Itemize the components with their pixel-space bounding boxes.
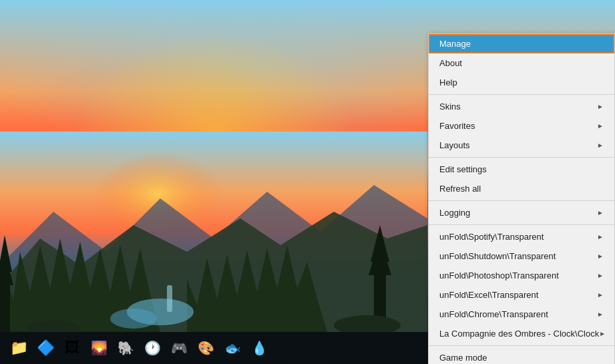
svg-rect-9 <box>0 279 10 332</box>
menu-item-skin-spotify-label: unFold\Spotify\Transparent <box>439 232 544 242</box>
menu-item-favorites[interactable]: Favorites ► <box>429 116 614 136</box>
menu-item-layouts[interactable]: Layouts ► <box>429 136 614 155</box>
menu-item-about-label: About <box>439 58 462 68</box>
menu-item-skin-photoshop-label: unFold\Photoshop\Transparent <box>439 270 559 281</box>
separator-4 <box>429 224 614 225</box>
menu-item-manage[interactable]: Manage <box>429 34 614 53</box>
menu-item-skin-chrome[interactable]: unFold\Chrome\Transparent ► <box>429 305 614 324</box>
menu-item-refresh-all-label: Refresh all <box>439 184 481 194</box>
separator-3 <box>429 200 614 201</box>
landscape-svg <box>0 132 427 332</box>
menu-item-edit-settings-label: Edit settings <box>439 164 487 174</box>
menu-item-game-mode-label: Game mode <box>439 353 487 363</box>
menu-item-skin-photoshop[interactable]: unFold\Photoshop\Transparent ► <box>429 266 614 285</box>
menu-item-skin-excel[interactable]: unFold\Excel\Transparent ► <box>429 285 614 305</box>
menu-item-refresh-all[interactable]: Refresh all <box>429 179 614 198</box>
menu-item-skins[interactable]: Skins ► <box>429 97 614 116</box>
menu-item-skin-spotify[interactable]: unFold\Spotify\Transparent ► <box>429 227 614 246</box>
menu-item-logging[interactable]: Logging ► <box>429 203 614 222</box>
skin-excel-arrow-icon: ► <box>597 291 604 299</box>
menu-item-skin-clock-label: La Compagnie des Ombres - Clock\Clock <box>439 329 599 339</box>
taskbar-icon-photos[interactable]: 🖼 <box>61 337 83 359</box>
menu-item-about[interactable]: About <box>429 53 614 73</box>
separator-2 <box>429 157 614 158</box>
taskbar-icon-paint[interactable]: 🎨 <box>195 337 216 359</box>
skin-clock-arrow-icon: ► <box>599 330 606 337</box>
taskbar-icon-app1[interactable]: 🐟 <box>222 337 243 359</box>
menu-item-skin-shutdown-label: unFold\Shutdown\Transparent <box>439 251 556 261</box>
menu-item-favorites-label: Favorites <box>439 121 475 131</box>
skin-photoshop-arrow-icon: ► <box>597 272 604 279</box>
menu-item-layouts-label: Layouts <box>439 140 470 150</box>
menu-item-game-mode[interactable]: Game mode <box>429 348 614 364</box>
skin-spotify-arrow-icon: ► <box>597 233 604 240</box>
context-menu: Manage About Help Skins ► Favorites ► La… <box>428 33 615 364</box>
taskbar-icon-files[interactable]: 📁 <box>8 337 29 359</box>
separator-5 <box>429 345 614 346</box>
svg-point-7 <box>110 309 157 329</box>
taskbar-icon-evernote[interactable]: 🐘 <box>115 337 136 359</box>
menu-item-skin-chrome-label: unFold\Chrome\Transparent <box>439 309 548 319</box>
layouts-arrow-icon: ► <box>597 142 604 149</box>
menu-item-help[interactable]: Help <box>429 73 614 92</box>
taskbar-icons: 📁 🔷 🖼 🌄 🐘 🕐 🎮 🎨 🐟 💧 <box>0 337 461 359</box>
skin-chrome-arrow-icon: ► <box>597 311 604 318</box>
skin-shutdown-arrow-icon: ► <box>597 252 604 260</box>
skins-arrow-icon: ► <box>597 103 604 110</box>
menu-item-edit-settings[interactable]: Edit settings <box>429 160 614 179</box>
menu-item-manage-label: Manage <box>439 39 471 49</box>
taskbar-icon-steam[interactable]: 🎮 <box>168 337 190 359</box>
taskbar-icon-store[interactable]: 🔷 <box>35 337 56 359</box>
menu-item-help-label: Help <box>439 77 457 87</box>
menu-item-skin-shutdown[interactable]: unFold\Shutdown\Transparent ► <box>429 246 614 266</box>
taskbar-icon-rainmeter-bottom[interactable]: 💧 <box>248 337 270 359</box>
favorites-arrow-icon: ► <box>597 122 604 130</box>
menu-item-logging-label: Logging <box>439 208 470 218</box>
menu-item-skins-label: Skins <box>439 102 461 112</box>
separator-1 <box>429 94 614 95</box>
menu-item-skin-clock[interactable]: La Compagnie des Ombres - Clock\Clock ► <box>429 324 614 343</box>
taskbar-icon-clock[interactable]: 🕐 <box>142 337 163 359</box>
menu-item-skin-excel-label: unFold\Excel\Transparent <box>439 290 538 300</box>
taskbar-icon-gallery[interactable]: 🌄 <box>88 337 110 359</box>
svg-rect-8 <box>167 285 172 312</box>
logging-arrow-icon: ► <box>597 209 604 216</box>
